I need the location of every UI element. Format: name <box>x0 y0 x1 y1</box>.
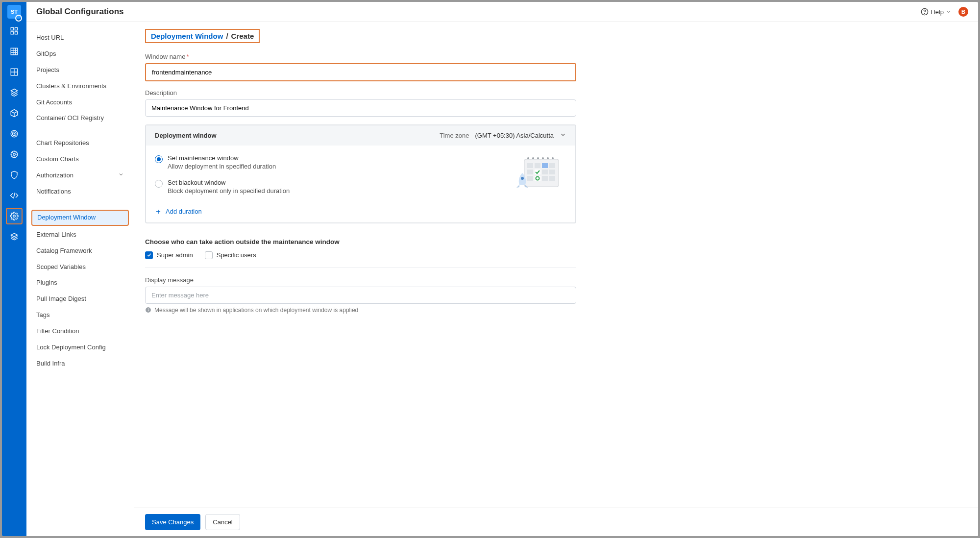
radio-icon <box>155 180 163 188</box>
window-name-label: Window name* <box>145 53 576 60</box>
svg-rect-3 <box>15 32 18 34</box>
rail-layers-icon[interactable] <box>6 84 23 101</box>
card-footer: Add duration <box>146 201 575 222</box>
svg-point-19 <box>547 157 549 159</box>
radio-blackout-title: Set blackout window <box>168 179 290 186</box>
add-duration-button[interactable]: Add duration <box>155 208 202 215</box>
card-title: Deployment window <box>155 132 217 139</box>
avatar-initial: B <box>961 9 965 15</box>
who-can-act-heading: Choose who can take action outside the m… <box>145 238 576 245</box>
nav-projects[interactable]: Projects <box>31 63 129 77</box>
nav-build-infra[interactable]: Build Infra <box>31 357 129 371</box>
nav-lock-deploy-config[interactable]: Lock Deployment Config <box>31 341 129 355</box>
radio-maintenance-title: Set maintenance window <box>168 154 276 162</box>
calendar-illustration <box>512 154 566 191</box>
svg-rect-21 <box>527 163 533 168</box>
help-button[interactable]: Help <box>921 8 952 16</box>
display-message-hint-text: Message will be shown in applications on… <box>154 307 358 314</box>
svg-rect-24 <box>549 163 555 168</box>
nav-plugins[interactable]: Plugins <box>31 276 129 290</box>
card-header: Deployment window Time zone (GMT +05:30)… <box>146 125 575 146</box>
breadcrumb-sep: / <box>226 32 228 40</box>
checkbox-icon <box>205 251 213 259</box>
radio-maintenance[interactable]: Set maintenance window Allow deployment … <box>155 154 290 170</box>
radio-blackout[interactable]: Set blackout window Block deployment onl… <box>155 179 290 195</box>
nav-deployment-window[interactable]: Deployment Window <box>31 210 129 226</box>
nav-external-links[interactable]: External Links <box>31 228 129 242</box>
svg-rect-29 <box>527 176 533 181</box>
rail-grid-icon[interactable] <box>6 43 23 60</box>
nav-chart-repos[interactable]: Chart Repositories <box>31 136 129 150</box>
svg-rect-2 <box>11 32 13 34</box>
timezone-selector[interactable]: Time zone (GMT +05:30) Asia/Calcutta <box>440 131 566 140</box>
nav-container-registry[interactable]: Container/ OCI Registry <box>31 111 129 125</box>
nav-pull-image-digest[interactable]: Pull Image Digest <box>31 292 129 306</box>
breadcrumb-link[interactable]: Deployment Window <box>151 32 223 40</box>
content-pane: Deployment Window / Create Window name* <box>134 22 978 536</box>
breadcrumb-current: Create <box>231 32 254 40</box>
window-name-input[interactable] <box>146 64 575 80</box>
app-logo[interactable]: ST <box>7 5 21 19</box>
rail-settings-icon[interactable] <box>6 208 23 224</box>
form-footer: Save Changes Cancel <box>134 508 978 536</box>
svg-rect-32 <box>542 176 548 181</box>
svg-rect-22 <box>535 163 540 168</box>
svg-point-16 <box>532 157 534 159</box>
svg-point-8 <box>14 133 15 134</box>
radio-icon <box>155 155 163 163</box>
nav-filter-condition[interactable]: Filter Condition <box>31 324 129 339</box>
main-area: Global Configurations Help B Host URL Gi… <box>26 2 978 536</box>
display-message-input[interactable] <box>145 287 576 304</box>
rail-target-icon[interactable] <box>6 125 23 142</box>
svg-rect-4 <box>11 48 18 55</box>
checkbox-specific-users[interactable]: Specific users <box>205 251 256 259</box>
window-name-row: Window name* <box>145 53 576 81</box>
deployment-window-card: Deployment window Time zone (GMT +05:30)… <box>145 124 576 223</box>
svg-rect-0 <box>11 27 13 30</box>
app-root: ST <box>2 2 978 536</box>
svg-rect-36 <box>148 309 148 311</box>
avatar[interactable]: B <box>958 7 968 17</box>
svg-rect-23 <box>542 163 548 168</box>
nav-tags[interactable]: Tags <box>31 308 129 322</box>
config-nav: Host URL GitOps Projects Clusters & Envi… <box>26 22 134 536</box>
nav-gitops[interactable]: GitOps <box>31 47 129 61</box>
nav-catalog-framework[interactable]: Catalog Framework <box>31 244 129 258</box>
nav-notifications[interactable]: Notifications <box>31 185 129 199</box>
nav-custom-charts[interactable]: Custom Charts <box>31 152 129 167</box>
svg-point-15 <box>527 157 529 159</box>
display-message-label: Display message <box>145 276 576 284</box>
rail-code-icon[interactable] <box>6 187 23 204</box>
rail-stack-icon[interactable] <box>6 228 23 245</box>
add-duration-label: Add duration <box>166 208 202 215</box>
nav-git-accounts[interactable]: Git Accounts <box>31 96 129 110</box>
page-title: Global Configurations <box>36 7 124 17</box>
rail-helm-icon[interactable] <box>6 146 23 163</box>
body: Host URL GitOps Projects Clusters & Envi… <box>26 22 978 536</box>
nav-clusters-env[interactable]: Clusters & Environments <box>31 79 129 94</box>
rail-window-icon[interactable] <box>6 64 23 80</box>
svg-point-20 <box>552 157 554 159</box>
cancel-button[interactable]: Cancel <box>205 514 240 530</box>
checkbox-super-label: Super admin <box>157 251 193 259</box>
plus-icon <box>155 208 162 215</box>
help-label: Help <box>931 8 944 16</box>
rail-cube-icon[interactable] <box>6 105 23 122</box>
description-input[interactable] <box>145 99 576 117</box>
svg-point-13 <box>925 13 925 14</box>
nav-host-url[interactable]: Host URL <box>31 31 129 45</box>
info-icon <box>145 307 151 313</box>
svg-point-11 <box>13 215 16 218</box>
display-message-row: Display message Message will be shown in… <box>145 276 576 314</box>
rail-apps-icon[interactable] <box>6 23 23 39</box>
card-body: Set maintenance window Allow deployment … <box>146 146 575 201</box>
nav-scoped-vars[interactable]: Scoped Variables <box>31 260 129 274</box>
svg-point-34 <box>521 177 524 180</box>
save-button[interactable]: Save Changes <box>145 514 200 530</box>
checkbox-super-admin[interactable]: Super admin <box>145 251 193 259</box>
icon-rail: ST <box>2 2 26 536</box>
nav-authorization[interactable]: Authorization <box>31 169 129 183</box>
help-icon <box>921 8 929 16</box>
checkbox-icon <box>145 251 153 259</box>
rail-shield-icon[interactable] <box>6 167 23 183</box>
